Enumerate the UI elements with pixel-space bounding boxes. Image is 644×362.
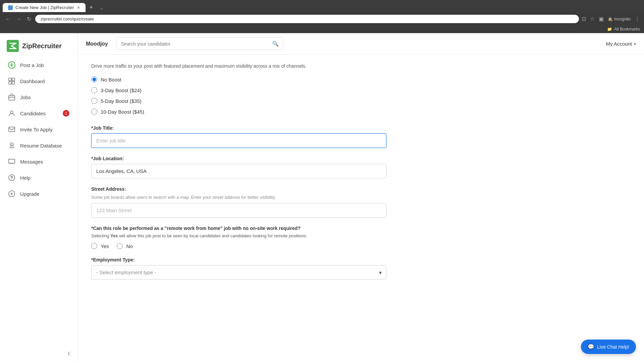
invite-to-apply-icon [8,126,15,133]
boost-radio-10day[interactable] [91,109,97,115]
sidebar-item-dashboard[interactable]: Dashboard [3,73,75,89]
remote-yes-radio[interactable] [91,243,97,249]
help-icon [8,174,15,181]
job-location-field: *Job Location: [91,156,386,178]
bookmark-icon[interactable]: ☆ [590,16,595,22]
jobs-icon [8,94,15,101]
sidebar-item-label-dashboard: Dashboard [20,78,45,84]
address-url: ziprecruiter.com/quiz/create [41,16,94,21]
employment-type-field: *Employment Type: - Select employment ty… [91,257,386,280]
boost-option-5day[interactable]: 5-Day Boost ($35) [91,98,386,104]
employment-type-label: *Employment Type: [91,257,386,262]
post-a-job-icon [8,61,15,69]
sidebar-item-upgrade[interactable]: Upgrade [3,186,75,201]
new-tab-button[interactable]: + [87,3,96,12]
messages-icon [8,158,15,165]
live-chat-button[interactable]: 💬 Live Chat Help! [581,340,636,354]
sidebar-item-label-messages: Messages [20,159,43,165]
sidebar-item-help[interactable]: Help [3,170,75,185]
incognito-label: Incognito [614,17,631,21]
boost-option-10day[interactable]: 10-Day Boost ($45) [91,109,386,115]
boost-label-10day: 10-Day Boost ($45) [101,109,144,115]
sidebar-item-post-a-job[interactable]: Post a Job [3,57,75,73]
street-address-hint: Some job boards allow users to search wi… [91,194,386,200]
main-content: Drive more traffic to your post with fea… [78,55,644,362]
sidebar-item-messages[interactable]: Messages [3,154,75,169]
back-button[interactable]: ← [4,15,12,23]
job-location-input[interactable] [91,164,386,178]
sidebar-collapse-button[interactable] [0,345,77,362]
sidebar-item-invite-to-apply[interactable]: Invite To Apply [3,122,75,137]
search-icon: 🔍 [272,41,279,47]
dashboard-icon [8,77,15,85]
remote-yes-option[interactable]: Yes [91,243,109,249]
cast-icon[interactable]: ⊡ [582,16,586,22]
boost-radio-no-boost[interactable] [91,76,97,82]
employment-type-select-wrapper: - Select employment type - Full-Time Par… [91,265,386,280]
boost-label-no-boost: No Boost [101,77,121,82]
boost-option-no-boost[interactable]: No Boost [91,76,386,82]
browser-toolbar-actions: ⊡ ☆ ▣ 🕵 Incognito ⋮ [582,16,640,22]
sidebar: ZipRecruiter Post a Job [0,33,78,362]
browser-tab-active[interactable]: Create New Job | ZipRecruiter ✕ [3,3,86,12]
forward-button[interactable]: → [15,15,23,23]
address-bar[interactable]: ziprecruiter.com/quiz/create [35,15,579,23]
sidebar-toggle-icon[interactable]: ▣ [599,16,604,22]
search-bar[interactable]: 🔍 [116,38,284,50]
remote-no-label: No [126,243,132,249]
sidebar-item-label-help: Help [20,175,31,181]
job-title-field: *Job Title: [91,125,386,148]
job-location-label: *Job Location: [91,156,386,161]
remote-no-option[interactable]: No [117,243,132,249]
logo-text: ZipRecruiter [22,42,62,50]
sidebar-item-candidates[interactable]: Candidates 1 [3,106,75,121]
boost-option-3day[interactable]: 3-Day Boost ($24) [91,87,386,93]
bookmarks-folder-icon: 📁 [607,27,612,32]
boost-label-3day: 3-Day Boost ($24) [101,87,142,93]
tab-extra-button[interactable]: ⌄ [97,4,106,12]
employment-type-select[interactable]: - Select employment type - Full-Time Par… [91,265,386,280]
boost-label-5day: 5-Day Boost ($35) [101,98,142,104]
search-input[interactable] [121,41,269,47]
my-account-label: My Account [606,41,632,47]
sidebar-item-label-jobs: Jobs [20,95,31,100]
live-chat-icon: 💬 [588,344,594,350]
tab-close-button[interactable]: ✕ [77,5,80,10]
sidebar-navigation: Post a Job Dashboard [0,57,77,201]
browser-tab-bar: Create New Job | ZipRecruiter ✕ + ⌄ [0,0,644,12]
incognito-badge: 🕵 Incognito [608,17,631,21]
job-title-input[interactable] [91,133,386,148]
browser-toolbar: ← → ↻ ziprecruiter.com/quiz/create ⊡ ☆ ▣… [0,12,644,25]
candidates-badge: 1 [63,110,69,117]
boost-radio-3day[interactable] [91,87,97,93]
street-address-field: Street Address: Some job boards allow us… [91,186,386,218]
reload-button[interactable]: ↻ [25,14,33,23]
street-address-label: Street Address: [91,186,386,192]
svg-rect-2 [9,78,11,81]
ziprecruiter-logo-icon [7,40,19,52]
remote-no-radio[interactable] [117,243,123,249]
tab-title: Create New Job | ZipRecruiter [15,5,74,10]
sidebar-item-resume-database[interactable]: Resume Database [3,138,75,153]
app-container: ZipRecruiter Post a Job [0,33,644,362]
sidebar-item-jobs[interactable]: Jobs [3,89,75,105]
chevron-down-icon: ▾ [634,42,636,46]
street-address-input[interactable] [91,203,386,218]
bookmarks-bar: 📁 All Bookmarks [0,25,644,33]
more-icon[interactable]: ⋮ [635,16,640,22]
my-account-button[interactable]: My Account ▾ [606,41,636,47]
svg-point-10 [11,179,12,180]
content-area: Drive more traffic to your post with fea… [78,55,400,296]
bookmarks-label[interactable]: All Bookmarks [614,27,640,32]
remote-work-hint: Selecting Yes will allow this job post t… [91,233,386,239]
remote-work-field: *Can this role be performed as a "remote… [91,226,386,249]
candidates-icon [8,110,15,117]
svg-rect-5 [12,81,15,84]
browser-chrome: Create New Job | ZipRecruiter ✕ + ⌄ ← → … [0,0,644,33]
job-title-label: *Job Title: [91,125,386,131]
top-nav-right: My Account ▾ [606,41,636,47]
tab-favicon [8,5,13,10]
boost-radio-5day[interactable] [91,98,97,104]
svg-rect-4 [9,81,11,84]
remote-work-question: *Can this role be performed as a "remote… [91,226,386,231]
